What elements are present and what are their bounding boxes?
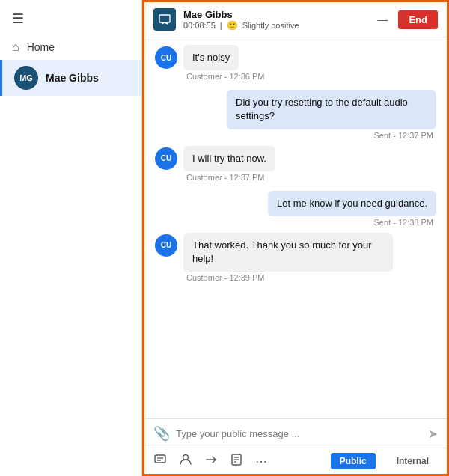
timestamp-5: Customer - 12:39 PM [186, 273, 436, 282]
messages-area: CU It's noisy Customer - 12:36 PM Did yo… [144, 37, 447, 418]
end-button[interactable]: End [398, 10, 438, 29]
table-row: CU I will try that now. [155, 146, 436, 171]
bubble-customer-1: It's noisy [183, 45, 239, 70]
timestamp-2: Sent - 12:37 PM [155, 131, 436, 140]
bubble-customer-3: I will try that now. [183, 146, 275, 171]
table-row: CU That worked. Thank you so much for yo… [155, 233, 436, 272]
bubble-agent-2: Did you try resetting to the default aud… [227, 90, 436, 129]
svg-rect-0 [159, 15, 170, 22]
bottom-toolbar: ⋯ Public Internal [144, 448, 447, 474]
avatar-customer-5: CU [155, 234, 177, 257]
sidebar: ☰ ⌂ Home MG Mae Gibbs [0, 0, 142, 476]
notes-icon[interactable] [230, 453, 243, 469]
svg-rect-3 [155, 455, 165, 463]
chat-timer: 00:08:55 [183, 21, 216, 30]
message-group-5: CU That worked. Thank you so much for yo… [155, 233, 436, 287]
chat-contact-name: Mae Gibbs [183, 9, 365, 20]
bubble-customer-5: That worked. Thank you so much for your … [183, 233, 393, 272]
avatar-mg: MG [14, 66, 38, 90]
quick-replies-icon[interactable] [153, 453, 167, 469]
agent-icon[interactable] [179, 453, 192, 469]
mode-internal-button[interactable]: Internal [388, 453, 438, 469]
home-icon: ⌂ [12, 40, 19, 54]
attach-icon[interactable]: 📎 [153, 425, 170, 442]
message-group-4: Let me know if you need guidance. Sent -… [155, 191, 436, 228]
input-area: 📎 ➤ [144, 418, 447, 448]
timestamp-3: Customer - 12:37 PM [186, 173, 436, 182]
avatar-customer-1: CU [155, 46, 177, 69]
mode-public-button[interactable]: Public [331, 453, 376, 469]
chat-header: Mae Gibbs 00:08:55 | 🙂 Slightly positive… [144, 2, 447, 37]
message-input[interactable] [176, 428, 422, 439]
chat-window: Mae Gibbs 00:08:55 | 🙂 Slightly positive… [142, 0, 449, 476]
table-row: Did you try resetting to the default aud… [155, 90, 436, 129]
minimize-button[interactable]: — [373, 12, 392, 27]
chat-header-info: Mae Gibbs 00:08:55 | 🙂 Slightly positive [183, 9, 365, 31]
sidebar-item-contact[interactable]: MG Mae Gibbs [0, 60, 141, 96]
hamburger-icon[interactable]: ☰ [12, 10, 24, 27]
avatar-customer-3: CU [155, 147, 177, 170]
message-group-2: Did you try resetting to the default aud… [155, 90, 436, 141]
chat-header-icon [153, 8, 176, 31]
message-group-1: CU It's noisy Customer - 12:36 PM [155, 45, 436, 85]
contact-name: Mae Gibbs [46, 72, 99, 84]
table-row: CU It's noisy [155, 45, 436, 70]
table-row: Let me know if you need guidance. [155, 191, 436, 216]
message-group-3: CU I will try that now. Customer - 12:37… [155, 146, 436, 186]
chat-header-actions: — End [373, 10, 438, 29]
separator: | [220, 21, 222, 30]
bubble-agent-4: Let me know if you need guidance. [268, 191, 436, 216]
timestamp-4: Sent - 12:38 PM [155, 218, 436, 227]
timestamp-1: Customer - 12:36 PM [186, 72, 436, 81]
chat-meta: 00:08:55 | 🙂 Slightly positive [183, 20, 365, 31]
sentiment-label: Slightly positive [242, 21, 299, 30]
home-label: Home [27, 41, 55, 53]
sidebar-header: ☰ [0, 0, 141, 34]
sentiment-icon: 🙂 [227, 20, 238, 31]
send-icon[interactable]: ➤ [428, 427, 438, 441]
more-icon[interactable]: ⋯ [255, 454, 267, 469]
sidebar-item-home[interactable]: ⌂ Home [0, 34, 141, 60]
transfer-icon[interactable] [204, 453, 218, 469]
